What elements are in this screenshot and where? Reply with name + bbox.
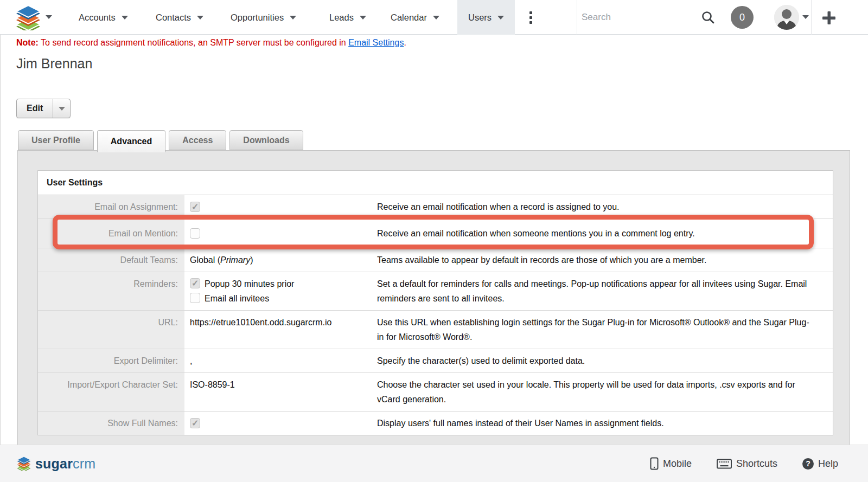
- sugarcrm-layers-icon: [16, 457, 31, 471]
- row-show-full-names: Show Full Names: Display users' full nam…: [38, 412, 833, 435]
- reminder-email-option: Email all invitees: [190, 291, 377, 306]
- footer-links: Mobile Shortcuts ? Help: [650, 457, 838, 470]
- sugarcrm-logo-icon[interactable]: [15, 5, 41, 29]
- row-reminders: Reminders: Popup 30 minutes prior Email …: [38, 272, 833, 311]
- url-value: https://etrue1010ent.odd.sugarcrm.io: [184, 311, 377, 349]
- mobile-icon: [650, 457, 659, 470]
- note-text: To send record assignment notifications,…: [39, 38, 348, 47]
- email-invitees-checkbox[interactable]: [190, 293, 200, 303]
- row-email-on-assignment: Email on Assignment: Receive an email no…: [38, 195, 833, 219]
- chevron-down-icon: [197, 16, 203, 20]
- field-label: URL:: [38, 311, 184, 349]
- left-edge-line: [0, 35, 1, 445]
- field-description: Specify the character(s) used to delimit…: [377, 349, 833, 372]
- sugarcrm-window: Accounts Contacts Opportunities Leads Ca…: [0, 0, 868, 482]
- tab-access[interactable]: Access: [169, 130, 226, 150]
- email-on-mention-checkbox[interactable]: [190, 228, 200, 239]
- show-full-names-checkbox[interactable]: [190, 418, 200, 428]
- mobile-link[interactable]: Mobile: [650, 457, 692, 470]
- field-description: Display users' full names instead of the…: [377, 412, 833, 435]
- search-input[interactable]: [582, 8, 695, 27]
- field-description: Receive an email notification when a rec…: [377, 195, 833, 218]
- popup-reminder-checkbox[interactable]: [190, 278, 200, 288]
- help-link[interactable]: ? Help: [802, 458, 838, 470]
- help-icon: ?: [802, 458, 814, 470]
- nav-item-opportunities[interactable]: Opportunities: [231, 0, 296, 35]
- note-suffix: .: [404, 38, 406, 47]
- field-label: Show Full Names:: [38, 412, 184, 435]
- option-label: Email all invitees: [205, 291, 269, 306]
- search-icon[interactable]: [701, 10, 715, 24]
- chevron-down-icon: [360, 16, 366, 20]
- nav-item-contacts[interactable]: Contacts: [156, 0, 203, 35]
- edit-split-button[interactable]: Edit: [16, 99, 71, 118]
- page-title: Jim Brennan: [16, 56, 92, 72]
- tab-user-profile[interactable]: User Profile: [18, 130, 94, 150]
- footer-link-label: Shortcuts: [736, 458, 777, 470]
- nav-divider: [811, 0, 812, 35]
- nav-item-label: Contacts: [156, 12, 191, 23]
- nav-item-calendar[interactable]: Calendar: [391, 0, 439, 35]
- sugarcrm-footer-logo: sugarcrm: [16, 456, 95, 472]
- chevron-down-icon: [497, 16, 504, 20]
- field-label: Export Delimiter:: [38, 349, 184, 372]
- field-label: Email on Assignment:: [38, 195, 184, 218]
- logo-dropdown-caret-icon[interactable]: [46, 15, 52, 19]
- email-on-assignment-checkbox[interactable]: [190, 202, 200, 212]
- nav-item-label: Leads: [329, 12, 354, 23]
- nav-item-leads[interactable]: Leads: [329, 0, 366, 35]
- footer-link-label: Mobile: [663, 458, 692, 470]
- note-prefix: Note:: [16, 38, 39, 47]
- email-settings-link[interactable]: Email Settings: [348, 38, 404, 47]
- notification-count-badge[interactable]: 0: [731, 6, 754, 29]
- brand-crm: crm: [73, 456, 95, 471]
- quick-create-plus-icon[interactable]: [821, 10, 837, 26]
- nav-divider: [577, 0, 577, 35]
- brand-sugar: sugar: [35, 456, 73, 471]
- shortcuts-link[interactable]: Shortcuts: [717, 458, 777, 470]
- top-navbar: Accounts Contacts Opportunities Leads Ca…: [0, 0, 868, 35]
- smtp-note: Note: To send record assignment notifica…: [16, 38, 406, 48]
- nav-item-label: Users: [468, 12, 492, 23]
- row-url: URL: https://etrue1010ent.odd.sugarcrm.i…: [38, 311, 833, 349]
- nav-item-label: Calendar: [391, 12, 427, 23]
- row-export-delimiter: Export Delimiter: , Specify the characte…: [38, 349, 833, 373]
- tab-downloads[interactable]: Downloads: [229, 130, 303, 150]
- advanced-tab-panel: User Settings Email on Assignment: Recei…: [17, 150, 850, 482]
- chevron-down-icon: [433, 16, 439, 20]
- keyboard-icon: [717, 459, 732, 469]
- row-default-teams: Default Teams: Global (Primary) Teams av…: [38, 248, 833, 272]
- more-modules-kebab-icon[interactable]: [525, 0, 536, 35]
- charset-value: ISO-8859-1: [184, 373, 377, 411]
- edit-actions-caret-icon[interactable]: [53, 99, 70, 118]
- field-description: Use this URL when establishing login set…: [377, 311, 833, 349]
- reminder-popup-option: Popup 30 minutes prior: [190, 277, 377, 291]
- field-description: Teams available to appear by default in …: [377, 248, 833, 272]
- export-delimiter-value: ,: [184, 349, 377, 372]
- field-label: Default Teams:: [38, 248, 184, 272]
- user-settings-header: User Settings: [38, 171, 833, 195]
- footer-link-label: Help: [818, 458, 838, 470]
- avatar-dropdown-caret-icon[interactable]: [802, 15, 809, 19]
- field-label: Email on Mention:: [38, 219, 184, 248]
- field-description: Choose the character set used in your lo…: [377, 373, 833, 411]
- field-label: Import/Export Character Set:: [38, 373, 184, 411]
- nav-item-label: Opportunities: [231, 12, 284, 23]
- field-label: Reminders:: [38, 272, 184, 310]
- detail-tabs: User Profile Advanced Access Downloads: [18, 130, 303, 152]
- edit-button[interactable]: Edit: [17, 99, 53, 118]
- user-settings-table: User Settings Email on Assignment: Recei…: [37, 170, 833, 435]
- tab-advanced[interactable]: Advanced: [97, 130, 165, 152]
- nav-item-accounts[interactable]: Accounts: [79, 0, 128, 35]
- chevron-down-icon: [122, 16, 128, 20]
- row-charset: Import/Export Character Set: ISO-8859-1 …: [38, 373, 833, 412]
- nav-item-label: Accounts: [79, 12, 116, 23]
- default-teams-value: Global (Primary): [184, 248, 377, 272]
- option-label: Popup 30 minutes prior: [205, 277, 294, 291]
- user-avatar[interactable]: [774, 5, 799, 30]
- field-description: Set a default for reminders for calls an…: [377, 272, 833, 310]
- row-email-on-mention: Email on Mention: Receive an email notif…: [38, 219, 833, 248]
- field-description: Receive an email notification when someo…: [377, 219, 833, 248]
- chevron-down-icon: [290, 16, 296, 20]
- nav-item-users-active[interactable]: Users: [457, 0, 515, 35]
